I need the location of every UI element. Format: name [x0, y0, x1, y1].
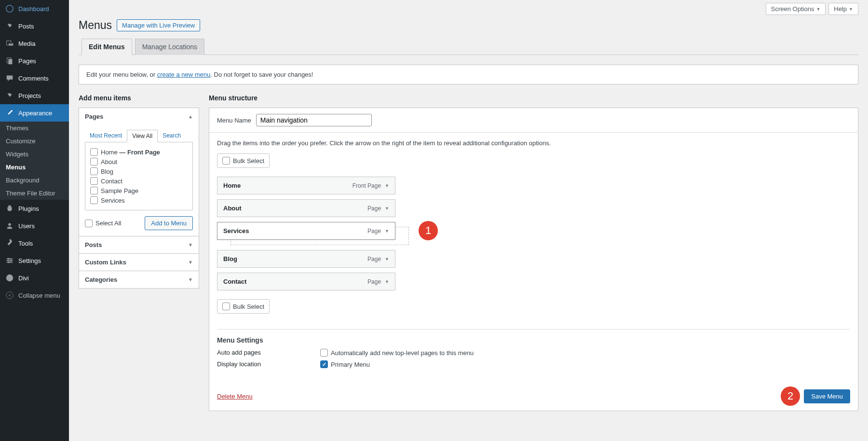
sidebar-sub-background[interactable]: Background: [0, 174, 69, 187]
sidebar-label: Appearance: [18, 110, 52, 117]
page-checkbox-blog[interactable]: [90, 167, 98, 175]
annotation-callout-2: 2: [781, 386, 800, 406]
pages-tab-view-all[interactable]: View All: [127, 130, 158, 142]
bulk-select-bottom[interactable]: Bulk Select: [217, 299, 270, 314]
select-all-checkbox[interactable]: [85, 220, 93, 227]
chevron-down-icon: ▼: [849, 7, 853, 12]
divi-icon: [5, 273, 14, 283]
sidebar-sub-theme-file-editor[interactable]: Theme File Editor: [0, 187, 69, 200]
sidebar-sub-customize[interactable]: Customize: [0, 135, 69, 148]
menu-item-services[interactable]: Services Page▼: [217, 222, 395, 240]
menu-item-contact[interactable]: Contact Page▼: [217, 273, 395, 290]
sidebar-item-divi[interactable]: Divi: [0, 269, 69, 287]
dashboard-icon: [5, 4, 14, 14]
menu-item-blog[interactable]: Blog Page▼: [217, 250, 395, 268]
accordion-categories-header[interactable]: Categories ▼: [79, 271, 199, 288]
create-new-menu-link[interactable]: create a new menu: [157, 71, 211, 78]
svg-point-11: [6, 275, 13, 281]
save-menu-button[interactable]: Save Menu: [804, 389, 850, 403]
chevron-down-icon: ▼: [188, 242, 193, 248]
auto-add-option: Automatically add new top-level pages to…: [331, 349, 474, 357]
chevron-down-icon: ▼: [188, 260, 193, 265]
tools-icon: [5, 238, 14, 248]
sidebar-label: Users: [18, 222, 35, 230]
chevron-down-icon: ▼: [188, 277, 193, 282]
sidebar-item-posts[interactable]: Posts: [0, 17, 69, 35]
accordion-pages-header[interactable]: Pages ▲: [79, 108, 199, 125]
svg-point-8: [8, 258, 10, 260]
add-items-heading: Add menu items: [79, 94, 199, 102]
menu-item-home[interactable]: Home Front Page▼: [217, 177, 395, 194]
page-item-label: Home — Front Page: [101, 149, 160, 156]
delete-menu-link[interactable]: Delete Menu: [217, 393, 253, 400]
sidebar-sub-menus[interactable]: Menus: [0, 161, 69, 174]
bulk-select-top[interactable]: Bulk Select: [217, 153, 270, 168]
accordion-posts-header[interactable]: Posts ▼: [79, 236, 199, 253]
svg-point-9: [10, 260, 12, 262]
page-checkbox-home[interactable]: [90, 148, 98, 156]
select-all-label: Select All: [95, 220, 121, 227]
page-item-label: Sample Page: [101, 187, 138, 194]
sidebar-item-plugins[interactable]: Plugins: [0, 200, 69, 217]
manage-live-preview-button[interactable]: Manage with Live Preview: [117, 19, 200, 31]
projects-icon: [5, 91, 14, 100]
pages-tab-most-recent[interactable]: Most Recent: [85, 130, 127, 142]
sidebar-item-dashboard[interactable]: Dashboard: [0, 0, 69, 17]
add-to-menu-button[interactable]: Add to Menu: [145, 216, 193, 230]
sidebar-item-comments[interactable]: Comments: [0, 69, 69, 87]
sidebar-label: Posts: [18, 23, 34, 30]
tab-manage-locations[interactable]: Manage Locations: [135, 39, 204, 55]
menu-name-input[interactable]: [256, 114, 372, 126]
sidebar-item-tools[interactable]: Tools: [0, 234, 69, 252]
menu-item-about[interactable]: About Page▼: [217, 199, 395, 217]
sidebar-label: Comments: [18, 75, 49, 82]
sidebar-sub-widgets[interactable]: Widgets: [0, 148, 69, 161]
sidebar-label: Dashboard: [18, 5, 49, 13]
page-item-label: About: [101, 158, 117, 165]
screen-options-button[interactable]: Screen Options▼: [766, 3, 826, 15]
sidebar-item-projects[interactable]: Projects: [0, 87, 69, 104]
page-item-label: Contact: [101, 178, 122, 185]
sidebar-item-appearance[interactable]: Appearance: [0, 104, 69, 122]
annotation-callout-1: 1: [419, 221, 438, 240]
sidebar-label: Pages: [18, 57, 36, 65]
sidebar-label: Settings: [18, 257, 41, 264]
sidebar-sub-themes[interactable]: Themes: [0, 122, 69, 135]
help-button[interactable]: Help▼: [828, 3, 858, 15]
chevron-down-icon[interactable]: ▼: [385, 206, 389, 211]
primary-menu-checkbox[interactable]: [320, 360, 328, 368]
auto-add-checkbox[interactable]: [320, 349, 328, 357]
pages-icon: [5, 56, 14, 66]
collapse-menu-button[interactable]: Collapse menu: [0, 287, 69, 304]
svg-rect-3: [8, 59, 12, 64]
sidebar-item-settings[interactable]: Settings: [0, 252, 69, 269]
page-checkbox-sample-page[interactable]: [90, 187, 98, 194]
bulk-select-checkbox[interactable]: [222, 157, 230, 165]
menu-settings-heading: Menu Settings: [217, 336, 850, 344]
sidebar-item-media[interactable]: Media: [0, 35, 69, 52]
sidebar-item-users[interactable]: Users: [0, 217, 69, 234]
pin-icon: [5, 21, 14, 31]
chevron-down-icon[interactable]: ▼: [385, 229, 389, 234]
page-checkbox-about[interactable]: [90, 158, 98, 165]
svg-point-4: [8, 223, 11, 226]
pages-tab-search[interactable]: Search: [158, 130, 186, 142]
chevron-down-icon[interactable]: ▼: [385, 183, 389, 188]
chevron-down-icon[interactable]: ▼: [385, 279, 389, 284]
edit-menu-notice: Edit your menu below, or create a new me…: [79, 65, 858, 84]
page-item-label: Services: [101, 197, 125, 204]
tab-edit-menus[interactable]: Edit Menus: [81, 39, 132, 55]
sidebar-label: Divi: [18, 275, 29, 282]
sidebar-item-pages[interactable]: Pages: [0, 52, 69, 69]
bulk-select-checkbox[interactable]: [222, 303, 230, 310]
svg-point-10: [8, 262, 10, 263]
chevron-down-icon[interactable]: ▼: [385, 257, 389, 262]
collapse-label: Collapse menu: [18, 292, 60, 299]
sidebar-label: Plugins: [18, 205, 39, 212]
media-icon: [5, 39, 14, 48]
page-checkbox-services[interactable]: [90, 196, 98, 204]
page-checkbox-contact[interactable]: [90, 177, 98, 185]
accordion-custom-links-header[interactable]: Custom Links ▼: [79, 254, 199, 271]
plugin-icon: [5, 204, 14, 213]
users-icon: [5, 221, 14, 231]
